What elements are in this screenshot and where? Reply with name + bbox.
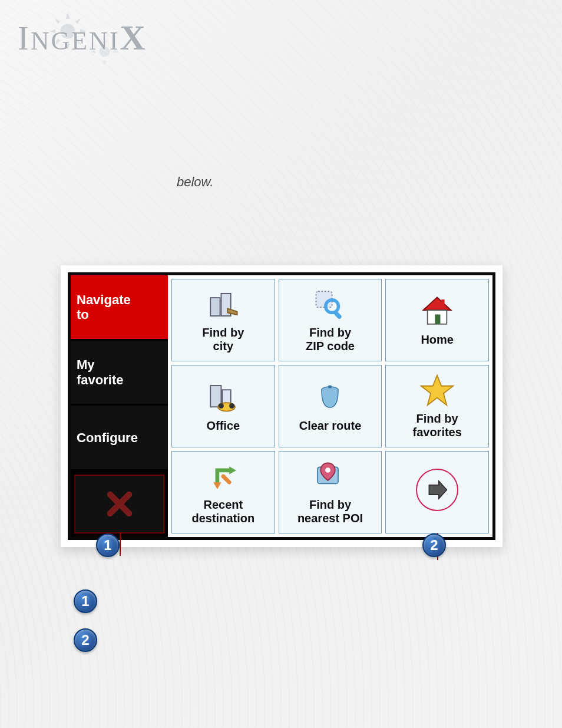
recent-icon xyxy=(206,459,240,493)
tile-find-by-favorites[interactable]: Find by favorites xyxy=(385,365,489,447)
tile-label: Home xyxy=(421,333,454,347)
svg-point-15 xyxy=(229,403,234,408)
callout-badge-1: 1 xyxy=(96,533,120,557)
svg-marker-7 xyxy=(424,297,451,310)
callout-badge-2: 2 xyxy=(422,533,446,557)
svg-marker-19 xyxy=(229,466,236,475)
close-button[interactable] xyxy=(74,475,164,533)
arrow-right-icon xyxy=(420,473,454,507)
sidebar: Navigate to My favorite Configure xyxy=(71,275,168,537)
tile-label: Clear route xyxy=(299,419,362,433)
tile-label: Find by favorites xyxy=(412,412,461,439)
office-icon xyxy=(206,380,240,414)
home-icon xyxy=(420,294,454,328)
tile-label: Find by city xyxy=(202,326,244,353)
svg-point-22 xyxy=(326,467,331,473)
svg-rect-9 xyxy=(441,299,444,307)
tile-find-by-city[interactable]: Find by city xyxy=(171,279,275,361)
sidebar-item-my-favorite[interactable]: My favorite xyxy=(71,341,168,406)
tile-find-by-nearest-poi[interactable]: Find by nearest POI xyxy=(279,451,382,533)
svg-marker-18 xyxy=(421,375,453,406)
trash-icon xyxy=(313,380,347,414)
city-icon xyxy=(206,287,240,321)
legend: 1 2 xyxy=(74,589,109,667)
svg-marker-20 xyxy=(213,482,222,489)
tile-next-page[interactable] xyxy=(385,451,489,533)
brand-logo: IINGENIXNGENIX xyxy=(18,18,147,58)
svg-marker-23 xyxy=(429,481,447,499)
device-screenshot: Navigate to My favorite Configure Find b… xyxy=(61,265,503,547)
sidebar-item-label: Navigate to xyxy=(77,292,131,322)
tile-recent-destination[interactable]: Recent destination xyxy=(171,451,275,533)
tile-label: Recent destination xyxy=(191,498,254,525)
tile-grid: Find by city Find by ZIP code Home Offic… xyxy=(168,275,492,537)
svg-rect-10 xyxy=(435,314,441,324)
close-icon xyxy=(106,490,133,518)
star-icon xyxy=(420,373,454,407)
poi-icon xyxy=(313,459,347,493)
sidebar-item-label: My favorite xyxy=(77,357,123,387)
tile-label: Office xyxy=(206,419,240,433)
tile-label: Find by ZIP code xyxy=(306,326,355,353)
legend-badge-1: 1 xyxy=(74,589,97,613)
tile-clear-route[interactable]: Clear route xyxy=(279,365,382,447)
tile-label: Find by nearest POI xyxy=(297,498,363,525)
tile-find-by-zip[interactable]: Find by ZIP code xyxy=(279,279,382,361)
tile-office[interactable]: Office xyxy=(171,365,275,447)
svg-rect-17 xyxy=(328,385,332,388)
sidebar-item-configure[interactable]: Configure xyxy=(71,406,168,471)
zip-icon xyxy=(313,287,347,321)
svg-rect-2 xyxy=(210,298,220,316)
svg-point-14 xyxy=(219,403,224,408)
sidebar-item-navigate-to[interactable]: Navigate to xyxy=(71,275,168,341)
callouts: 1 2 xyxy=(61,528,503,563)
sidebar-item-label: Configure xyxy=(77,430,138,445)
tile-home[interactable]: Home xyxy=(385,279,489,361)
intro-text: below. xyxy=(177,174,213,190)
legend-badge-2: 2 xyxy=(74,628,97,652)
